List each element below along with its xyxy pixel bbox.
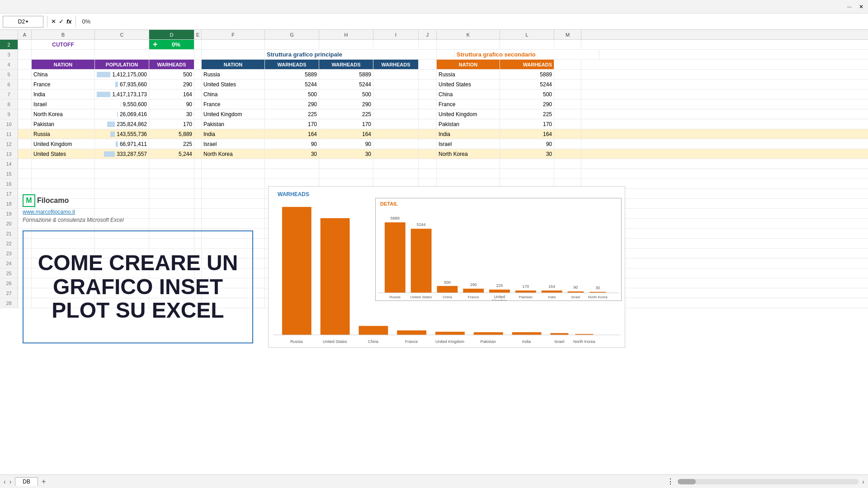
cell-h12[interactable]: 90 xyxy=(319,139,373,149)
cell-g11[interactable]: 164 xyxy=(265,129,319,139)
cell-i9[interactable] xyxy=(373,109,419,119)
cell-k5[interactable]: Russia xyxy=(437,70,500,79)
cell-h10[interactable]: 170 xyxy=(319,119,373,129)
scroll-right-icon[interactable]: › xyxy=(862,478,864,485)
cell-d10[interactable]: 170 xyxy=(149,119,194,129)
cell-k8[interactable]: France xyxy=(437,99,500,109)
cell-d9[interactable]: 30 xyxy=(149,109,194,119)
cell-i6[interactable] xyxy=(373,80,419,89)
cell-i13[interactable] xyxy=(373,149,419,159)
col-header-c[interactable]: C xyxy=(95,30,149,39)
cell-c12[interactable]: 66,971,411 xyxy=(95,139,149,149)
horizontal-scrollbar[interactable] xyxy=(678,479,859,484)
cell-g12[interactable]: 90 xyxy=(265,139,319,149)
cell-b5[interactable]: China xyxy=(32,70,95,79)
cell-b12[interactable]: United Kingdom xyxy=(32,139,95,149)
cell-c2[interactable] xyxy=(95,40,149,49)
logo-website[interactable]: www.marcofilocamo.it xyxy=(23,209,123,215)
col-header-h[interactable]: H xyxy=(319,30,373,39)
cell-g6[interactable]: 5244 xyxy=(265,80,319,89)
cell-l12[interactable]: 90 xyxy=(500,139,554,149)
cell-d2[interactable]: + 0% xyxy=(149,40,194,49)
cell-f10[interactable]: Pakistan xyxy=(202,119,265,129)
cell-i2[interactable] xyxy=(373,40,419,49)
col-header-m[interactable]: M xyxy=(554,30,581,39)
col-header-i[interactable]: I xyxy=(373,30,419,39)
col-header-b[interactable]: B xyxy=(32,30,95,39)
cell-d6[interactable]: 290 xyxy=(149,80,194,89)
col-header-g[interactable]: G xyxy=(265,30,319,39)
cell-b2[interactable]: CUTOFF xyxy=(32,40,95,49)
cell-l8[interactable]: 290 xyxy=(500,99,554,109)
cell-c13[interactable]: 333,287,557 xyxy=(95,149,149,159)
nav-left-icon[interactable]: ‹ xyxy=(4,478,6,485)
cell-h8[interactable]: 290 xyxy=(319,99,373,109)
cell-b9[interactable]: North Korea xyxy=(32,109,95,119)
cell-i7[interactable] xyxy=(373,89,419,99)
cell-l6[interactable]: 5244 xyxy=(500,80,554,89)
cell-g13[interactable]: 30 xyxy=(265,149,319,159)
cell-g5[interactable]: 5889 xyxy=(265,70,319,79)
header-population[interactable]: POPULATION xyxy=(95,60,149,69)
cell-k12[interactable]: Israel xyxy=(437,139,500,149)
cell-k10[interactable]: Pakistan xyxy=(437,119,500,129)
cell-c11[interactable]: 143,555,736 xyxy=(95,129,149,139)
header-nation-left[interactable]: NATION xyxy=(32,60,95,69)
cell-l9[interactable]: 225 xyxy=(500,109,554,119)
cell-d13[interactable]: 5,244 xyxy=(149,149,194,159)
col-header-d[interactable]: D xyxy=(149,30,194,39)
col-header-a[interactable]: A xyxy=(18,30,32,39)
cell-d11[interactable]: 5,889 xyxy=(149,129,194,139)
cell-k6[interactable]: United States xyxy=(437,80,500,89)
header-warheads-left[interactable]: WARHEADS xyxy=(149,60,194,69)
header-nation-main[interactable]: NATION xyxy=(202,60,265,69)
cell-g7[interactable]: 500 xyxy=(265,89,319,99)
cell-k7[interactable]: China xyxy=(437,89,500,99)
cell-i11[interactable] xyxy=(373,129,419,139)
cell-k9[interactable]: United Kingdom xyxy=(437,109,500,119)
col-header-j[interactable]: J xyxy=(419,30,437,39)
cell-k13[interactable]: North Korea xyxy=(437,149,500,159)
cell-l5[interactable]: 5889 xyxy=(500,70,554,79)
cell-l11[interactable]: 164 xyxy=(500,129,554,139)
cell-d12[interactable]: 225 xyxy=(149,139,194,149)
cell-b7[interactable]: India xyxy=(32,89,95,99)
cell-g8[interactable]: 290 xyxy=(265,99,319,109)
add-sheet-button[interactable]: + xyxy=(42,478,46,486)
cell-b10[interactable]: Pakistan xyxy=(32,119,95,129)
more-icon[interactable]: ··· xyxy=(847,4,852,10)
cell-f11[interactable]: India xyxy=(202,129,265,139)
cell-reference-box[interactable]: D2 ▾ xyxy=(3,16,43,28)
cell-f7[interactable]: China xyxy=(202,89,265,99)
nav-right-icon[interactable]: › xyxy=(9,478,12,485)
cell-f8[interactable]: France xyxy=(202,99,265,109)
cell-f2[interactable] xyxy=(202,40,265,49)
cell-l7[interactable]: 500 xyxy=(500,89,554,99)
cell-h7[interactable]: 500 xyxy=(319,89,373,99)
cell-b8[interactable]: Israel xyxy=(32,99,95,109)
cell-h13[interactable]: 30 xyxy=(319,149,373,159)
cell-c7[interactable]: 1,417,173,173 xyxy=(95,89,149,99)
cell-i12[interactable] xyxy=(373,139,419,149)
cell-c9[interactable]: 26,069,416 xyxy=(95,109,149,119)
cell-i8[interactable] xyxy=(373,99,419,109)
cell-k11[interactable]: India xyxy=(437,129,500,139)
cell-b13[interactable]: United States xyxy=(32,149,95,159)
cell-d5[interactable]: 500 xyxy=(149,70,194,79)
cell-f6[interactable]: United States xyxy=(202,80,265,89)
col-header-e[interactable]: E xyxy=(194,30,202,39)
cell-l10[interactable]: 170 xyxy=(500,119,554,129)
cell-g10[interactable]: 170 xyxy=(265,119,319,129)
cell-c5[interactable]: 1,412,175,000 xyxy=(95,70,149,79)
cell-i5[interactable] xyxy=(373,70,419,79)
header-warheads-main-i[interactable]: WARHEADS xyxy=(373,60,419,69)
col-header-k[interactable]: K xyxy=(437,30,500,39)
cell-e2[interactable] xyxy=(194,40,202,49)
confirm-formula-icon[interactable]: ✓ xyxy=(59,18,64,25)
cell-c6[interactable]: 67,935,660 xyxy=(95,80,149,89)
cell-a2[interactable] xyxy=(18,40,32,49)
cell-ref-dropdown-icon[interactable]: ▾ xyxy=(26,19,28,24)
cancel-formula-icon[interactable]: ✕ xyxy=(51,18,56,25)
cell-i10[interactable] xyxy=(373,119,419,129)
cell-g2[interactable] xyxy=(265,40,319,49)
